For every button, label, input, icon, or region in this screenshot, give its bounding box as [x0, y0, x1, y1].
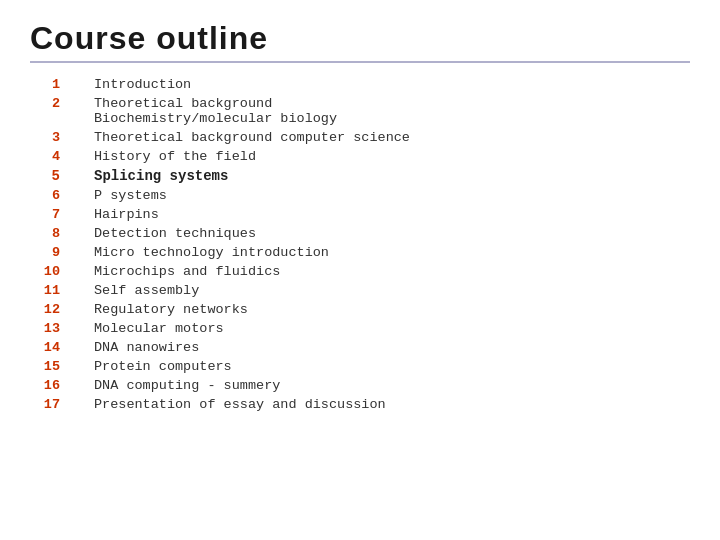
- row-number: 10: [30, 262, 90, 281]
- row-number: 13: [30, 319, 90, 338]
- title-divider: [30, 61, 690, 63]
- table-row: 17Presentation of essay and discussion: [30, 395, 690, 414]
- row-label: DNA nanowires: [90, 338, 690, 357]
- table-row: 6P systems: [30, 186, 690, 205]
- row-number: 15: [30, 357, 90, 376]
- row-number: 5: [30, 166, 90, 186]
- page: Course outline 1Introduction2Theoretical…: [0, 0, 720, 540]
- table-row: 2Theoretical backgroundBiochemistry/mole…: [30, 94, 690, 128]
- row-label: P systems: [90, 186, 690, 205]
- table-row: 15Protein computers: [30, 357, 690, 376]
- table-row: 8Detection techniques: [30, 224, 690, 243]
- row-label: Introduction: [90, 75, 690, 94]
- row-label: Presentation of essay and discussion: [90, 395, 690, 414]
- table-row: 12Regulatory networks: [30, 300, 690, 319]
- row-number: 6: [30, 186, 90, 205]
- row-label: DNA computing - summery: [90, 376, 690, 395]
- row-label: Micro technology introduction: [90, 243, 690, 262]
- row-label: Microchips and fluidics: [90, 262, 690, 281]
- table-row: 9Micro technology introduction: [30, 243, 690, 262]
- row-number: 1: [30, 75, 90, 94]
- row-label: Detection techniques: [90, 224, 690, 243]
- row-label: Self assembly: [90, 281, 690, 300]
- table-row: 10Microchips and fluidics: [30, 262, 690, 281]
- table-row: 11Self assembly: [30, 281, 690, 300]
- row-number: 14: [30, 338, 90, 357]
- row-label: Hairpins: [90, 205, 690, 224]
- row-number: 17: [30, 395, 90, 414]
- table-row: 5Splicing systems: [30, 166, 690, 186]
- header: Course outline: [30, 20, 690, 63]
- row-label: Protein computers: [90, 357, 690, 376]
- row-number: 3: [30, 128, 90, 147]
- row-label: History of the field: [90, 147, 690, 166]
- table-row: 4History of the field: [30, 147, 690, 166]
- row-number: 8: [30, 224, 90, 243]
- row-number: 11: [30, 281, 90, 300]
- outline-table: 1Introduction2Theoretical backgroundBioc…: [30, 75, 690, 414]
- row-number: 9: [30, 243, 90, 262]
- table-row: 16DNA computing - summery: [30, 376, 690, 395]
- row-number: 7: [30, 205, 90, 224]
- page-title: Course outline: [30, 20, 690, 57]
- row-label: Theoretical background computer science: [90, 128, 690, 147]
- table-row: 13Molecular motors: [30, 319, 690, 338]
- table-row: 14DNA nanowires: [30, 338, 690, 357]
- table-row: 3Theoretical background computer science: [30, 128, 690, 147]
- row-number: 4: [30, 147, 90, 166]
- row-label: Molecular motors: [90, 319, 690, 338]
- row-label: Theoretical backgroundBiochemistry/molec…: [90, 94, 690, 128]
- row-number: 12: [30, 300, 90, 319]
- table-row: 7Hairpins: [30, 205, 690, 224]
- table-row: 1Introduction: [30, 75, 690, 94]
- row-number: 2: [30, 94, 90, 128]
- row-label: Regulatory networks: [90, 300, 690, 319]
- row-number: 16: [30, 376, 90, 395]
- row-label: Splicing systems: [90, 166, 690, 186]
